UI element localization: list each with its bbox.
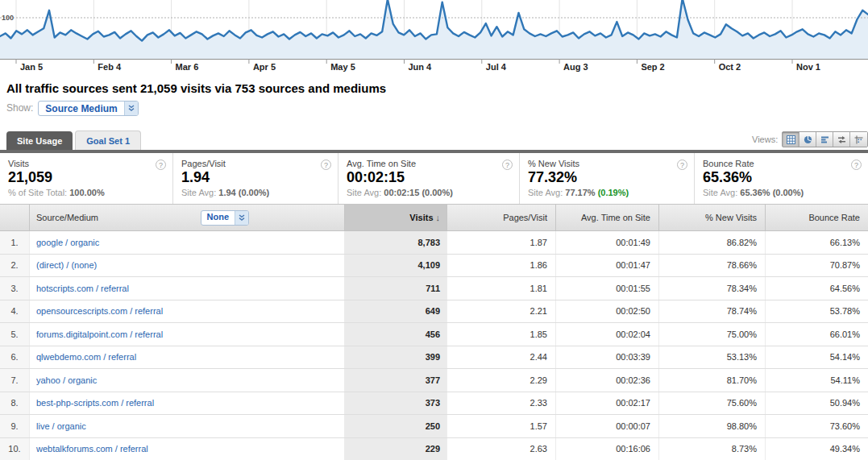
source-medium-link[interactable]: google / organic xyxy=(30,231,345,254)
metric-value: 00:02:15 xyxy=(347,169,511,186)
table-row: 10.webtalkforums.com / referral2292.6300… xyxy=(0,438,868,460)
source-medium-link[interactable]: (direct) / (none) xyxy=(30,255,345,277)
source-medium-link[interactable]: webtalkforums.com / referral xyxy=(30,438,345,460)
cell-pages-visit: 1.57 xyxy=(447,415,556,437)
header-rank xyxy=(0,205,30,230)
help-icon[interactable]: ? xyxy=(502,160,513,170)
cell-bounce-rate: 73.60% xyxy=(766,415,868,437)
row-rank: 4. xyxy=(0,300,30,323)
cell-visits: 229 xyxy=(345,438,447,460)
metric-value: 77.32% xyxy=(528,169,686,186)
source-medium-link[interactable]: opensourcescripts.com / referral xyxy=(30,300,345,323)
source-medium-link[interactable]: best-php-scripts.com / referral xyxy=(30,392,345,415)
performance-view-button[interactable] xyxy=(816,132,833,147)
help-icon[interactable]: ? xyxy=(851,160,862,170)
row-rank: 9. xyxy=(0,415,30,437)
header-pages-visit[interactable]: Pages/Visit xyxy=(447,205,556,230)
tab-site-usage[interactable]: Site Usage xyxy=(6,131,73,150)
header-visits-sorted[interactable]: Visits↓ xyxy=(345,205,447,230)
source-medium-link[interactable]: yahoo / organic xyxy=(30,369,345,392)
cell-visits: 377 xyxy=(345,369,447,392)
show-label: Show: xyxy=(6,102,33,114)
cell-pages-visit: 2.29 xyxy=(447,369,556,392)
x-axis-tick-label: Nov 1 xyxy=(796,62,820,72)
cell-bounce-rate: 54.14% xyxy=(766,346,868,369)
metric-subtext: % of Site Total: 100.00% xyxy=(8,188,164,197)
help-icon[interactable]: ? xyxy=(677,160,687,170)
row-rank: 1. xyxy=(0,231,30,254)
table-row: 9.live / organic2501.5700:00:0798.80%73.… xyxy=(0,415,868,438)
table-row: 1.google / organic8,7831.8700:01:4986.82… xyxy=(0,231,868,255)
source-medium-link[interactable]: qlwebdemo.com / referral xyxy=(30,346,345,369)
table-header-row: Source/Medium None Visits↓ Pages/Visit A… xyxy=(0,205,868,231)
cell-avg-time: 00:02:04 xyxy=(556,323,659,346)
cell-new-visits: 98.80% xyxy=(659,415,766,437)
header-source-medium: Source/Medium None xyxy=(30,205,345,230)
sort-descending-icon: ↓ xyxy=(436,213,441,222)
cell-pages-visit: 1.87 xyxy=(447,231,556,254)
table-row: 7.yahoo / organic3772.2900:02:3681.70%54… xyxy=(0,369,868,392)
table-row: 3.hotscripts.com / referral7111.8100:01:… xyxy=(0,277,868,300)
tab-goal-set-1[interactable]: Goal Set 1 xyxy=(75,131,141,150)
views-toolbar: Views: xyxy=(752,131,868,147)
cell-new-visits: 78.66% xyxy=(659,255,766,277)
pivot-view-button[interactable] xyxy=(850,132,867,147)
metrics-scorecards: Visits 21,059 % of Site Total: 100.00% ?… xyxy=(0,153,868,204)
chevron-down-icon xyxy=(235,211,248,225)
x-axis-tick-label: Feb 4 xyxy=(98,62,122,72)
x-axis-tick-label: Apr 5 xyxy=(253,62,276,72)
cell-new-visits: 78.34% xyxy=(659,277,766,300)
metric-value: 1.94 xyxy=(181,169,330,186)
table-body: 1.google / organic8,7831.8700:01:4986.82… xyxy=(0,231,868,460)
cell-new-visits: 81.70% xyxy=(659,369,766,392)
metric-value: 65.36% xyxy=(703,169,860,186)
show-row: Show: Source Medium xyxy=(6,99,868,117)
cell-new-visits: 8.73% xyxy=(659,438,766,460)
x-axis-tick-label: Mar 6 xyxy=(176,62,199,72)
cell-visits: 456 xyxy=(345,323,447,346)
views-label: Views: xyxy=(752,135,778,144)
x-axis-tick-label: Aug 3 xyxy=(563,62,588,72)
cell-pages-visit: 1.85 xyxy=(447,323,556,346)
source-medium-link[interactable]: hotscripts.com / referral xyxy=(30,277,345,300)
table-row: 8.best-php-scripts.com / referral3732.33… xyxy=(0,392,868,416)
cell-bounce-rate: 70.87% xyxy=(766,255,868,277)
cell-avg-time: 00:01:55 xyxy=(556,277,659,300)
page-title: All traffic sources sent 21,059 visits v… xyxy=(6,81,868,95)
cell-bounce-rate: 49.34% xyxy=(766,438,868,460)
comparison-view-button[interactable] xyxy=(833,132,850,147)
cell-bounce-rate: 64.56% xyxy=(766,277,868,300)
header-avg-time[interactable]: Avg. Time on Site xyxy=(556,205,659,230)
metric-bounce-rate: Bounce Rate 65.36% Site Avg: 65.36% (0.0… xyxy=(695,153,868,204)
sparkline-svg: Jan 5Feb 4Mar 6Apr 5May 5Jun 4Jul 4Aug 3… xyxy=(0,0,868,73)
metric-visits: Visits 21,059 % of Site Total: 100.00% ? xyxy=(0,153,173,204)
cell-avg-time: 00:16:06 xyxy=(556,438,659,460)
cell-pages-visit: 2.33 xyxy=(447,392,556,415)
table-row: 5.forums.digitalpoint.com / referral4561… xyxy=(0,323,868,346)
table-view-button[interactable] xyxy=(783,132,799,147)
header-bounce-rate[interactable]: Bounce Rate xyxy=(766,205,868,230)
metric-title: Avg. Time on Site xyxy=(347,159,511,168)
show-source-medium-dropdown[interactable]: Source Medium xyxy=(38,101,138,116)
segment-dropdown-value: None xyxy=(201,211,235,225)
metric-avg-time: Avg. Time on Site 00:02:15 Site Avg: 00:… xyxy=(338,153,520,204)
sources-table: Source/Medium None Visits↓ Pages/Visit A… xyxy=(0,204,868,460)
row-rank: 2. xyxy=(0,255,30,277)
source-medium-link[interactable]: forums.digitalpoint.com / referral xyxy=(30,323,345,346)
row-rank: 8. xyxy=(0,392,30,415)
source-medium-link[interactable]: live / organic xyxy=(30,415,345,437)
row-rank: 10. xyxy=(0,438,30,460)
x-axis-tick-label: Sep 2 xyxy=(641,62,664,72)
header-new-visits[interactable]: % New Visits xyxy=(659,205,766,230)
pie-chart-view-button[interactable] xyxy=(799,132,816,147)
segment-none-dropdown[interactable]: None xyxy=(201,210,250,226)
performance-view-icon xyxy=(820,135,829,144)
help-icon[interactable]: ? xyxy=(321,160,331,170)
cell-avg-time: 00:01:47 xyxy=(556,255,659,277)
metric-title: Bounce Rate xyxy=(703,159,860,168)
metric-subtext: Site Avg: 1.94 (0.00%) xyxy=(181,188,330,197)
help-icon[interactable]: ? xyxy=(156,160,166,170)
comparison-view-icon xyxy=(837,135,846,144)
metric-new-visits: % New Visits 77.32% Site Avg: 77.17% (0.… xyxy=(520,153,695,204)
cell-new-visits: 53.13% xyxy=(659,346,766,369)
